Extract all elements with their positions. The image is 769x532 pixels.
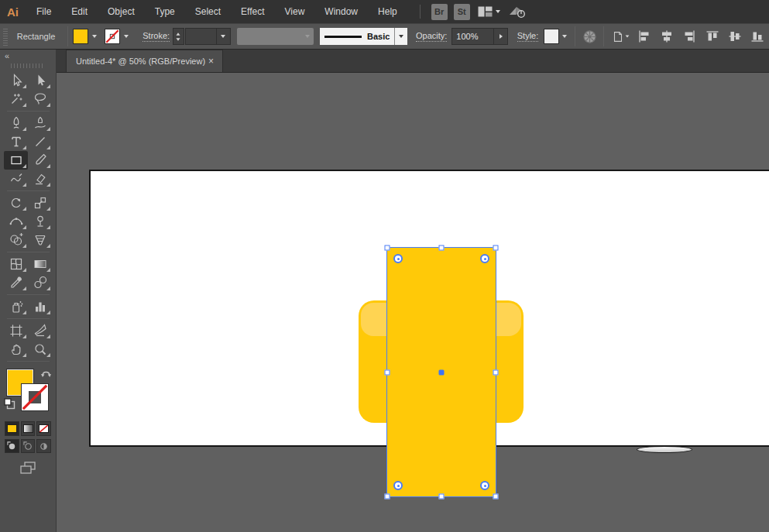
corner-radius-widget-bottom-left[interactable] <box>393 481 403 490</box>
stroke-weight-stepper[interactable] <box>173 28 184 45</box>
corner-radius-widget-top-left[interactable] <box>393 254 403 263</box>
menu-help[interactable]: Help <box>368 0 407 23</box>
tool-mesh[interactable] <box>4 255 28 273</box>
style-panel-link[interactable]: Style: <box>517 31 539 42</box>
tool-shape-builder[interactable] <box>4 231 28 249</box>
tool-rotate[interactable] <box>4 194 28 212</box>
color-fill-button[interactable] <box>5 421 19 436</box>
graphic-style-swatch[interactable] <box>544 29 559 44</box>
corner-radius-widget-top-right[interactable] <box>480 254 489 263</box>
tool-line-segment[interactable] <box>28 132 52 151</box>
selection-handle-middle-right[interactable] <box>493 369 499 375</box>
document-tab[interactable]: Untitled-4* @ 50% (RGB/Preview) × <box>66 50 223 72</box>
cc-sync-icon[interactable] <box>508 5 527 19</box>
tool-divider <box>7 252 50 252</box>
stepper-down-icon <box>177 38 180 40</box>
menu-view[interactable]: View <box>275 0 315 23</box>
stroke-style-field[interactable]: Basic <box>320 28 394 45</box>
tool-hand[interactable] <box>4 340 28 359</box>
opacity-field[interactable]: 100% <box>451 28 494 45</box>
tool-blend[interactable] <box>28 273 52 292</box>
tool-zoom[interactable] <box>28 340 52 359</box>
opacity-panel-link[interactable]: Opacity: <box>416 31 447 42</box>
chevron-down-icon <box>626 35 630 37</box>
selection-center-point[interactable] <box>439 369 445 375</box>
selection-handle-bottom-right[interactable] <box>493 494 499 499</box>
align-horizontal-center-button[interactable] <box>657 27 676 46</box>
selected-rectangle-shape[interactable] <box>387 248 496 496</box>
tool-puppet-warp[interactable] <box>28 212 52 231</box>
selection-handle-top-right[interactable] <box>493 245 499 251</box>
align-right-button[interactable] <box>680 27 699 46</box>
tool-lasso[interactable] <box>28 90 52 108</box>
stock-button[interactable]: St <box>454 4 470 20</box>
isolate-selected-object-button[interactable] <box>609 27 633 46</box>
hand-icon <box>9 342 24 357</box>
swap-fill-stroke-icon[interactable] <box>40 368 52 382</box>
tool-perspective-grid[interactable] <box>28 231 52 249</box>
tool-eraser[interactable] <box>28 170 52 188</box>
tool-selection[interactable] <box>4 71 28 90</box>
stroke-color-dropdown[interactable] <box>120 29 132 44</box>
stroke-color-swatch[interactable] <box>105 29 120 44</box>
opacity-expand-button[interactable] <box>494 28 508 45</box>
tool-column-graph[interactable] <box>28 297 52 316</box>
tool-direct-selection[interactable] <box>28 71 52 90</box>
tool-type[interactable] <box>4 132 28 151</box>
fill-color-swatch[interactable] <box>73 29 88 44</box>
tool-shaper[interactable] <box>4 170 28 188</box>
align-top-button[interactable] <box>703 27 722 46</box>
menu-window[interactable]: Window <box>314 0 368 23</box>
menu-type[interactable]: Type <box>145 0 185 23</box>
bridge-button[interactable]: Br <box>431 4 448 20</box>
stroke-style-dropdown[interactable] <box>394 28 407 45</box>
workspace-switcher-button[interactable] <box>476 6 502 17</box>
align-vertical-center-button[interactable] <box>726 27 744 46</box>
tool-artboard[interactable] <box>4 321 28 340</box>
stroke-swatch[interactable] <box>21 383 49 411</box>
tool-eyedropper[interactable] <box>4 273 28 292</box>
stroke-weight-field[interactable] <box>185 28 217 45</box>
tool-width[interactable] <box>4 212 28 231</box>
draw-behind-button[interactable] <box>21 439 36 453</box>
gradient-fill-button[interactable] <box>21 421 36 436</box>
menu-object[interactable]: Object <box>98 0 145 23</box>
tool-pen[interactable] <box>4 114 28 132</box>
draw-inside-button[interactable] <box>36 439 51 453</box>
tool-magic-wand[interactable] <box>4 90 28 108</box>
menu-effect[interactable]: Effect <box>231 0 274 23</box>
tool-gradient[interactable] <box>28 255 52 273</box>
panel-grip[interactable] <box>11 62 45 70</box>
selection-handle-middle-left[interactable] <box>385 369 390 375</box>
tool-slice[interactable] <box>28 321 52 340</box>
selection-handle-top-center[interactable] <box>439 245 445 251</box>
none-fill-button[interactable] <box>36 421 51 436</box>
tab-close-button[interactable]: × <box>206 56 216 67</box>
perspective-grid-icon <box>33 232 48 248</box>
align-bottom-button[interactable] <box>748 27 767 46</box>
menu-select[interactable]: Select <box>185 0 231 23</box>
tool-rectangle[interactable] <box>4 151 28 170</box>
stroke-weight-dropdown[interactable] <box>217 28 231 45</box>
stroke-panel-link[interactable]: Stroke: <box>142 31 170 42</box>
menu-edit[interactable]: Edit <box>61 0 98 23</box>
fill-color-dropdown[interactable] <box>88 29 100 44</box>
small-ellipse-shape[interactable] <box>637 446 692 453</box>
control-bar-grip[interactable] <box>2 27 9 46</box>
selection-handle-bottom-left[interactable] <box>385 494 390 499</box>
align-left-button[interactable] <box>635 27 654 46</box>
change-screen-mode-button[interactable] <box>0 461 56 475</box>
selection-handle-top-left[interactable] <box>385 245 390 251</box>
menu-file[interactable]: File <box>26 0 61 23</box>
graphic-style-dropdown[interactable] <box>559 29 571 44</box>
draw-normal-button[interactable] <box>5 439 19 453</box>
selection-handle-bottom-center[interactable] <box>439 494 445 499</box>
tool-paintbrush[interactable] <box>28 151 52 170</box>
corner-radius-widget-bottom-right[interactable] <box>480 481 489 490</box>
collapse-panel-button[interactable]: « <box>5 51 9 60</box>
default-fill-stroke-icon[interactable] <box>4 398 15 413</box>
tool-scale[interactable] <box>28 194 52 212</box>
recolor-artwork-button[interactable] <box>580 27 598 46</box>
tool-curvature[interactable] <box>28 114 52 132</box>
tool-symbol-sprayer[interactable] <box>4 297 28 316</box>
